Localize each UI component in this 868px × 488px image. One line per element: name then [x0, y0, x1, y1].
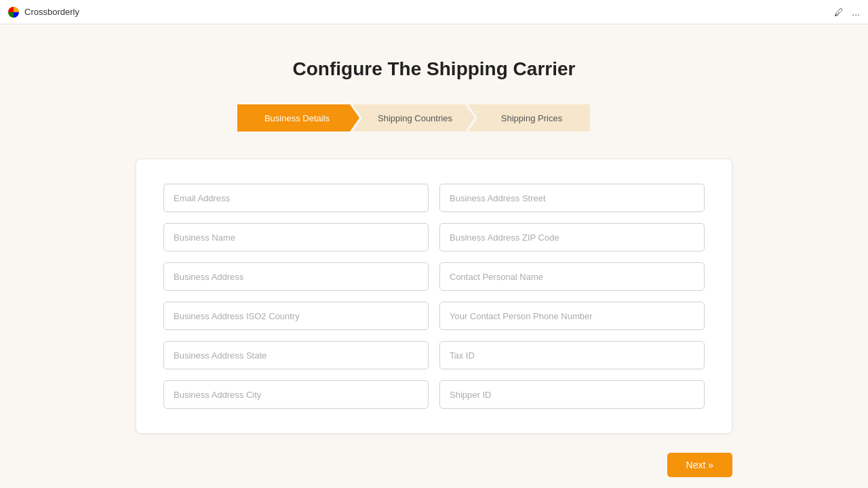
form-card	[136, 159, 732, 434]
email-address-field[interactable]	[163, 184, 429, 212]
more-icon[interactable]: ...	[852, 7, 860, 18]
business-address-field[interactable]	[163, 262, 429, 291]
business-address-street-field[interactable]	[439, 184, 705, 212]
main-content: Configure The Shipping Carrier Business …	[0, 24, 868, 488]
app-logo	[8, 7, 19, 18]
step-shipping-prices[interactable]: Shipping Prices	[468, 104, 590, 131]
actions-row: Next »	[136, 453, 732, 477]
business-address-state-field[interactable]	[163, 341, 429, 369]
business-address-iso2-field[interactable]	[163, 302, 429, 330]
next-button[interactable]: Next »	[667, 453, 732, 477]
step-shipping-countries[interactable]: Shipping Countries	[353, 104, 475, 131]
contact-personal-name-field[interactable]	[439, 262, 705, 291]
stepper: Business Details Shipping Countries Ship…	[237, 104, 631, 131]
pin-icon[interactable]: 🖊	[834, 7, 844, 18]
business-name-field[interactable]	[163, 223, 429, 251]
business-address-city-field[interactable]	[163, 380, 429, 409]
topbar-left: Crossborderly	[8, 7, 79, 18]
form-grid	[163, 184, 705, 409]
step-business-details[interactable]: Business Details	[237, 104, 359, 131]
app-name: Crossborderly	[24, 7, 79, 17]
contact-phone-field[interactable]	[439, 302, 705, 330]
business-address-zip-field[interactable]	[439, 223, 705, 251]
topbar: Crossborderly 🖊 ...	[0, 0, 868, 24]
topbar-right: 🖊 ...	[834, 7, 860, 18]
tax-id-field[interactable]	[439, 341, 705, 369]
shipper-id-field[interactable]	[439, 380, 705, 409]
page-title: Configure The Shipping Carrier	[293, 58, 576, 80]
